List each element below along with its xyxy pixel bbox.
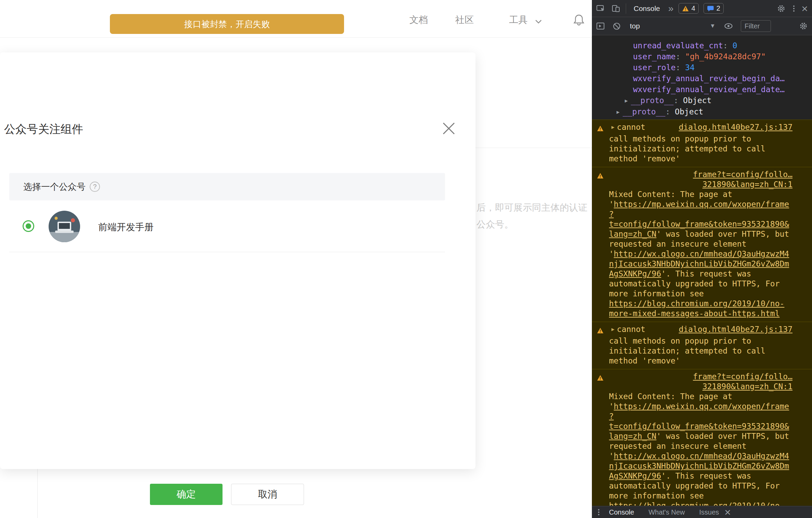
drawer-tab-issues[interactable]: Issues	[699, 508, 719, 516]
follow-component-dialog: 公众号关注组件 选择一个公众号 ?	[0, 52, 475, 469]
live-expression-eye-icon[interactable]	[724, 22, 733, 30]
settings-gear-icon[interactable]	[777, 4, 786, 13]
help-icon[interactable]: ?	[90, 182, 100, 192]
object-property: unread_evaluate_cnt: 0	[592, 40, 812, 51]
console-link[interactable]: https://blog.chromium.org/2019/10/no-mor…	[609, 501, 784, 506]
warning-message: call methods on popup prior to initializ…	[597, 336, 792, 366]
picker-label: 选择一个公众号	[23, 181, 86, 193]
warning-icon	[597, 326, 604, 336]
console-toolbar: top ▼	[592, 17, 812, 35]
proto-row[interactable]: ▶__proto__: Object	[592, 95, 812, 106]
warning-message: call methods on popup prior to initializ…	[597, 134, 792, 164]
expand-triangle-icon[interactable]: ▶	[617, 109, 620, 115]
console-output[interactable]: unread_evaluate_cnt: 0user_name: "gh_4b9…	[592, 35, 812, 506]
expand-triangle-icon[interactable]: ▶	[611, 122, 614, 132]
source-link[interactable]: dialog.html40be27.js:137	[679, 324, 792, 334]
drawer-close-icon[interactable]: ×	[724, 507, 731, 518]
devtools-panel: Console » 4 2	[592, 0, 812, 518]
object-property: wxverify_annual_review_end_date…	[592, 84, 812, 95]
console-link[interactable]: https://blog.chromium.org/2019/10/no-mor…	[609, 299, 784, 318]
page-vertical-divider	[37, 469, 38, 518]
drawer-more-options-icon[interactable]	[597, 509, 601, 515]
warnings-badge[interactable]: 4	[678, 3, 699, 14]
background-text-line2: 公众号。	[477, 218, 513, 231]
chevron-down-icon: ▼	[710, 23, 715, 29]
context-value: top	[630, 22, 640, 30]
warning-triangle-icon	[682, 5, 689, 12]
warning-icon	[597, 373, 604, 383]
console-settings-gear-icon[interactable]	[799, 22, 808, 30]
console-link[interactable]: http://wx.qlogo.cn/mmhead/Q3auHgzwzM4njI…	[609, 452, 789, 480]
warning-icon	[597, 171, 604, 181]
console-link[interactable]: https://mp.weixin.qq.com/wxopen/frame?t=…	[609, 402, 789, 441]
warning-icon	[597, 124, 604, 134]
warning-message: Mixed Content: The page at 'https://mp.w…	[597, 392, 792, 506]
help-mark: ?	[93, 183, 97, 190]
console-log: unread_evaluate_cnt: 0user_name: "gh_4b9…	[592, 40, 812, 506]
error-toast: 接口被封禁，开启失败	[110, 14, 344, 34]
device-toolbar-icon[interactable]	[612, 4, 620, 13]
source-link[interactable]: frame?t=config/follo…321890&lang=zh_CN:1	[607, 170, 792, 189]
nav-item-tools[interactable]: 工具	[509, 14, 528, 26]
account-picker-section: 选择一个公众号 ?	[9, 173, 445, 200]
object-property: wxverify_annual_review_begin_da…	[592, 73, 812, 84]
more-tabs-icon[interactable]: »	[668, 3, 674, 14]
confirm-button[interactable]: 确定	[150, 484, 223, 505]
object-property: user_role: 34	[592, 62, 812, 73]
dialog-title: 公众号关注组件	[4, 122, 83, 137]
toast-text: 接口被封禁，开启失败	[184, 18, 270, 30]
account-avatar	[49, 211, 80, 242]
source-link[interactable]: frame?t=config/follo…321890&lang=zh_CN:1	[607, 372, 792, 392]
cancel-button[interactable]: 取消	[231, 484, 304, 505]
header-divider	[0, 37, 592, 38]
devtools-main-toolbar: Console » 4 2	[592, 0, 812, 17]
web-page: 接口被封禁，开启失败 文档 社区 工具 后，即可展示同主体的认证 公众号。 公众…	[0, 0, 592, 518]
drawer-tab-whats-new[interactable]: What's New	[648, 508, 685, 516]
console-warning: frame?t=config/follo…321890&lang=zh_CN:1…	[592, 167, 812, 322]
messages-badge[interactable]: 2	[703, 3, 724, 14]
console-warning: ▶cannotdialog.html40be27.js:137call meth…	[592, 322, 812, 369]
devtools-drawer-bar: Console What's New Issues ×	[592, 506, 812, 518]
close-icon[interactable]	[440, 120, 457, 137]
chevron-down-icon	[535, 19, 542, 24]
avatar-illustration	[49, 211, 80, 242]
list-divider	[9, 252, 445, 252]
console-warning: ▶cannotdialog.html40be27.js:137call meth…	[592, 120, 812, 167]
context-selector[interactable]: top ▼	[630, 22, 715, 30]
proto-row[interactable]: ▶__proto__: Object	[592, 106, 812, 118]
expand-triangle-icon[interactable]: ▶	[625, 98, 628, 104]
warning-summary: cannot	[617, 122, 645, 132]
filter-input[interactable]	[741, 20, 771, 32]
warnings-count: 4	[692, 4, 695, 12]
account-name: 前端开发手册	[98, 221, 154, 233]
warning-message: Mixed Content: The page at 'https://mp.w…	[597, 189, 792, 319]
account-option-row[interactable]: 前端开发手册	[0, 206, 475, 247]
tab-console[interactable]: Console	[626, 0, 668, 17]
console-warning: frame?t=config/follo…321890&lang=zh_CN:1…	[592, 369, 812, 506]
drawer-tab-console[interactable]: Console	[609, 508, 634, 516]
console-sidebar-icon[interactable]	[596, 22, 605, 30]
clear-console-icon[interactable]	[612, 22, 621, 30]
warning-summary: cannot	[617, 324, 645, 334]
more-options-icon[interactable]	[792, 5, 796, 12]
source-link[interactable]: dialog.html40be27.js:137	[679, 122, 792, 132]
message-bubble-icon	[707, 5, 714, 12]
console-link[interactable]: https://mp.weixin.qq.com/wxopen/frame?t=…	[609, 200, 789, 238]
background-text-line1: 后，即可展示同主体的认证	[477, 201, 587, 214]
content-divider	[475, 148, 592, 148]
object-property: user_name: "gh_4b924a28dc97"	[592, 51, 812, 62]
nav-item-docs[interactable]: 文档	[409, 14, 428, 26]
inspect-element-icon[interactable]	[596, 4, 605, 13]
console-link[interactable]: http://wx.qlogo.cn/mmhead/Q3auHgzwzM4njI…	[609, 249, 789, 278]
radio-selected[interactable]	[23, 220, 34, 232]
devtools-close-icon[interactable]: ×	[801, 3, 808, 14]
messages-count: 2	[716, 4, 720, 12]
nav-item-community[interactable]: 社区	[455, 14, 474, 26]
expand-triangle-icon[interactable]: ▶	[611, 324, 614, 334]
screen: 接口被封禁，开启失败 文档 社区 工具 后，即可展示同主体的认证 公众号。 公众…	[0, 0, 812, 518]
notification-bell-icon[interactable]	[573, 14, 585, 26]
